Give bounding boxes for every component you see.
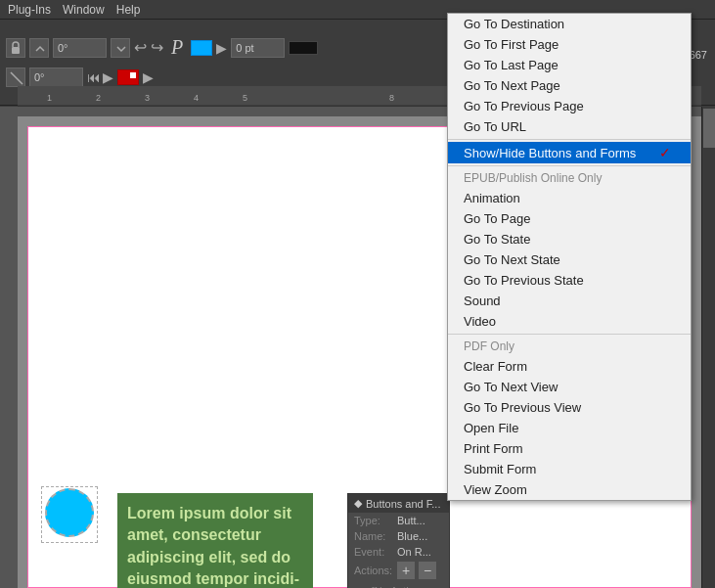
play-button[interactable]: ▶ <box>103 69 113 85</box>
green-box-content: Lorem ipsum dolor sit amet, consectetur … <box>127 505 299 588</box>
checkmark-icon: ✓ <box>659 145 671 160</box>
menu-item-print-form[interactable]: Print Form <box>448 438 691 459</box>
media-controls: ⏮ ▶ <box>87 69 113 85</box>
red-swatch[interactable] <box>117 69 139 85</box>
add-action-button[interactable]: + <box>397 562 415 579</box>
scrollbar-vertical[interactable] <box>701 107 715 588</box>
menu-divider-2 <box>448 165 691 166</box>
menu-item-view-zoom[interactable]: View Zoom <box>448 479 691 500</box>
size-input[interactable]: 0 pt <box>231 38 285 58</box>
menu-item-go-to-next-state[interactable]: Go To Next State <box>448 249 691 270</box>
menu-item-go-to-state[interactable]: Go To State <box>448 229 691 249</box>
menu-item-go-to-page[interactable]: Go To Page <box>448 208 691 229</box>
buttons-forms-panel: ◆ Buttons and F... Type: Butt... Name: B… <box>347 493 450 588</box>
menubar-help[interactable]: Help <box>116 3 141 17</box>
panel-title: Buttons and F... <box>366 498 440 510</box>
menu-item-go-to-destination[interactable]: Go To Destination <box>448 14 691 34</box>
menu-item-go-to-last-page[interactable]: Go To Last Page <box>448 55 691 75</box>
panel-actions-row: Actions: + − <box>348 560 449 581</box>
text-tool[interactable]: P <box>167 36 187 59</box>
menu-item-go-to-first-page[interactable]: Go To First Page <box>448 34 691 55</box>
menu-item-go-to-previous-page[interactable]: Go To Previous Page <box>448 96 691 116</box>
svg-rect-0 <box>12 47 20 54</box>
panel-event-row: Event: On R... <box>348 544 449 560</box>
toolbar-arrow-down[interactable] <box>111 38 130 58</box>
no-actions-text: [No Actions Added] <box>348 581 449 588</box>
angle2-input[interactable]: 0° <box>29 68 83 87</box>
menu-divider-1 <box>448 139 691 140</box>
blue-circle[interactable] <box>45 488 94 537</box>
dropdown-menu: Go To Destination Go To First Page Go To… <box>447 13 692 501</box>
menu-divider-3 <box>448 334 691 335</box>
event-label: Event: <box>354 546 393 558</box>
toolbar-arrow-up[interactable] <box>29 38 49 58</box>
menubar-plugins[interactable]: Plug-Ins <box>8 3 51 17</box>
menu-item-sound[interactable]: Sound <box>448 291 691 311</box>
menu-section-epub: EPUB/Publish Online Only <box>448 168 691 188</box>
menu-item-animation[interactable]: Animation <box>448 188 691 208</box>
menu-item-go-to-previous-view[interactable]: Go To Previous View <box>448 397 691 418</box>
name-value: Blue... <box>397 530 427 542</box>
menu-item-video[interactable]: Video <box>448 311 691 332</box>
undo-button[interactable]: ↩ <box>134 38 147 57</box>
scrollbar-thumb[interactable] <box>703 109 715 148</box>
menubar-window[interactable]: Window <box>63 3 105 17</box>
svg-text:5: 5 <box>243 93 247 103</box>
event-value: On R... <box>397 546 431 558</box>
angle1-input[interactable]: 0° <box>53 38 107 58</box>
arrow-right: ▶ <box>216 40 227 56</box>
remove-action-button[interactable]: − <box>419 562 436 579</box>
actions-label: Actions: <box>354 565 393 576</box>
menu-item-go-to-next-page[interactable]: Go To Next Page <box>448 75 691 96</box>
toolbar-lock-icon[interactable] <box>6 38 25 58</box>
prev-frame[interactable]: ⏮ <box>87 69 101 85</box>
name-label: Name: <box>354 530 393 542</box>
svg-text:4: 4 <box>194 93 199 103</box>
menu-item-go-to-next-view[interactable]: Go To Next View <box>448 377 691 397</box>
redo-button[interactable]: ↪ <box>151 38 163 57</box>
panel-type-row: Type: Butt... <box>348 513 449 528</box>
type-value: Butt... <box>397 515 425 526</box>
menu-item-go-to-url[interactable]: Go To URL <box>448 116 691 137</box>
menu-item-submit-form[interactable]: Submit Form <box>448 459 691 479</box>
menu-section-pdf: PDF Only <box>448 337 691 356</box>
panel-diamond-icon: ◆ <box>354 497 362 510</box>
color-swatch[interactable] <box>191 40 212 56</box>
arrow-right2: ▶ <box>143 69 154 85</box>
svg-line-1 <box>11 72 22 84</box>
menu-item-go-to-previous-state[interactable]: Go To Previous State <box>448 270 691 291</box>
toolbar-flip-h[interactable] <box>6 68 25 87</box>
svg-text:1: 1 <box>47 93 52 103</box>
type-label: Type: <box>354 515 393 526</box>
panel-header[interactable]: ◆ Buttons and F... <box>348 494 449 513</box>
menu-item-open-file[interactable]: Open File <box>448 418 691 438</box>
green-text-box[interactable]: Lorem ipsum dolor sit amet, consectetur … <box>117 493 313 588</box>
svg-text:2: 2 <box>96 93 101 103</box>
menu-item-show-hide-buttons[interactable]: Show/Hide Buttons and Forms ✓ <box>448 142 691 163</box>
panel-name-row: Name: Blue... <box>348 528 449 544</box>
svg-text:8: 8 <box>389 93 394 103</box>
menu-item-clear-form[interactable]: Clear Form <box>448 356 691 377</box>
svg-text:3: 3 <box>145 93 150 103</box>
stroke-swatch[interactable] <box>289 41 318 55</box>
